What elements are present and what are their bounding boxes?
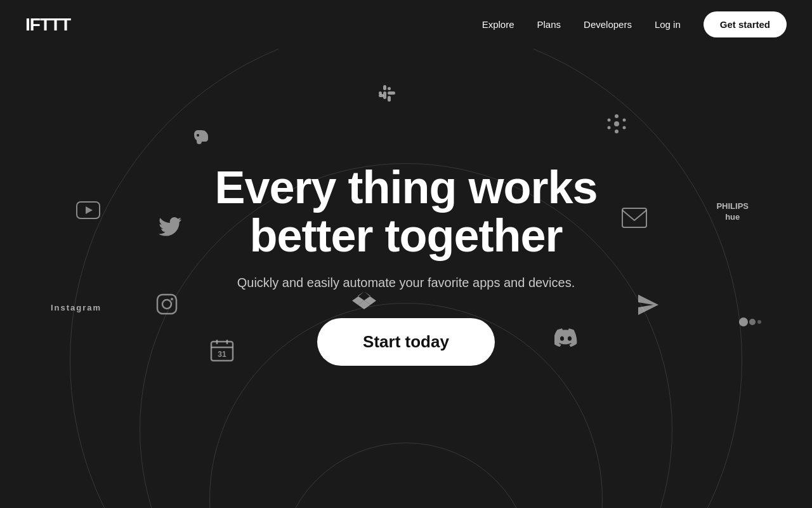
- svg-rect-20: [157, 295, 176, 314]
- arlo-icon: [637, 293, 660, 316]
- slack-icon: [374, 81, 400, 106]
- svg-point-11: [608, 126, 611, 130]
- twitter-icon: [159, 217, 181, 236]
- navbar: IFTTT Explore Plans Developers Log in Ge…: [0, 0, 812, 49]
- svg-point-7: [615, 114, 619, 118]
- svg-point-8: [614, 121, 619, 126]
- svg-text:31: 31: [218, 350, 226, 359]
- youtube-icon: [76, 201, 100, 219]
- dropbox-icon: [352, 290, 376, 312]
- svg-point-9: [615, 130, 619, 133]
- instagram-icon: [156, 293, 178, 315]
- svg-rect-4: [388, 87, 391, 90]
- svg-point-12: [623, 119, 626, 122]
- nav-links: Explore Plans Developers Log in Get star…: [482, 11, 787, 37]
- svg-point-25: [757, 320, 761, 324]
- svg-point-23: [739, 318, 748, 326]
- nav-explore[interactable]: Explore: [482, 19, 514, 30]
- google-assistant-icon: [737, 312, 761, 331]
- nav-login[interactable]: Log in: [655, 19, 681, 30]
- svg-point-24: [749, 319, 756, 325]
- svg-point-21: [162, 300, 171, 309]
- philips-hue-icon: PHILIPShue: [716, 201, 749, 223]
- arc-ring-1: [279, 443, 533, 508]
- svg-marker-15: [86, 206, 93, 214]
- hero-content: Every thing works better together Quickl…: [214, 164, 597, 365]
- hero-title: Every thing works better together: [214, 164, 597, 260]
- svg-rect-5: [388, 96, 391, 102]
- nav-developers[interactable]: Developers: [584, 19, 632, 30]
- svg-rect-6: [379, 94, 384, 97]
- gmail-icon: [622, 208, 647, 228]
- evernote-icon: [190, 125, 214, 149]
- svg-rect-3: [388, 91, 395, 95]
- fitbit-icon: [605, 112, 628, 135]
- svg-point-22: [171, 298, 173, 300]
- logo[interactable]: IFTTT: [25, 15, 70, 35]
- svg-point-10: [608, 119, 611, 122]
- start-today-button[interactable]: Start today: [317, 318, 495, 366]
- svg-point-13: [623, 126, 626, 130]
- get-started-button[interactable]: Get started: [704, 11, 787, 37]
- hero-subtitle: Quickly and easily automate your favorit…: [214, 276, 597, 290]
- svg-rect-2: [383, 85, 386, 90]
- discord-icon: [554, 328, 577, 347]
- google-calendar-icon: 31: [209, 338, 235, 363]
- nav-plans[interactable]: Plans: [537, 19, 561, 30]
- strava-icon: Instagram: [51, 303, 102, 312]
- hero-section: PHILIPShue Instagram: [0, 49, 812, 508]
- svg-rect-16: [622, 208, 646, 227]
